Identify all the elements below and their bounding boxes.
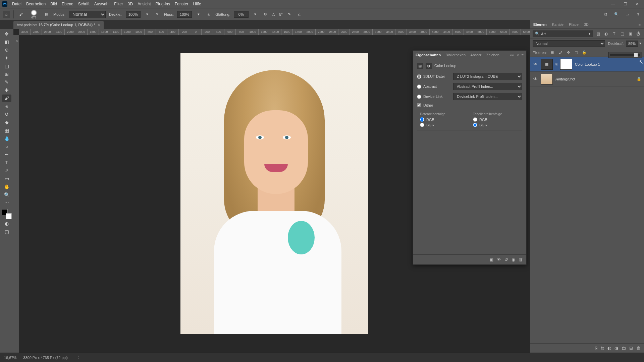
close-tab-icon[interactable]: ×: [98, 22, 100, 27]
shape-tool[interactable]: ▭: [2, 175, 11, 182]
brush-tool[interactable]: 🖌: [2, 95, 11, 102]
menu-schrift[interactable]: Schrift: [78, 2, 90, 6]
device-link-radio[interactable]: Device-Link: [417, 95, 450, 99]
crop-tool[interactable]: ◫: [2, 62, 11, 70]
brush-preset-picker[interactable]: 678: [28, 10, 40, 19]
menu-ansicht[interactable]: Ansicht: [138, 2, 151, 6]
tab-eigenschaften[interactable]: Eigenschaften: [416, 53, 441, 57]
layer-row-background[interactable]: 👁 Hintergrund 🔒: [530, 72, 644, 86]
delete-layer-icon[interactable]: 🗑: [636, 346, 641, 351]
path-tool[interactable]: ↗: [2, 167, 11, 174]
panel-close-icon[interactable]: ×: [517, 53, 519, 57]
background-color[interactable]: [6, 213, 12, 219]
layer-visibility-icon[interactable]: 👁: [533, 62, 538, 67]
color-swatches[interactable]: [2, 209, 12, 219]
filter-type-icon[interactable]: T: [611, 31, 617, 37]
layer-name[interactable]: Color Lookup 1: [575, 62, 641, 66]
gradient-tool[interactable]: ▦: [2, 127, 11, 134]
menu-3d[interactable]: 3D: [128, 2, 133, 6]
lut-file-select[interactable]: Z LUT2 Instagram.CUBE: [453, 73, 522, 80]
layer-thumb-background[interactable]: [541, 74, 553, 84]
menu-auswahl[interactable]: Auswahl: [94, 2, 109, 6]
marquee-tool[interactable]: ◧: [2, 38, 11, 46]
screenmode-tool[interactable]: ▢: [2, 228, 11, 235]
menu-datei[interactable]: Datei: [12, 2, 21, 6]
opacity-dropdown-icon[interactable]: ▾: [639, 41, 641, 46]
opacity-slider-flyout[interactable]: [608, 52, 642, 58]
workspace-icon[interactable]: ▭: [624, 11, 631, 18]
angle-value[interactable]: -5°: [278, 12, 283, 16]
abstract-select[interactable]: Abstract-Profil laden...: [453, 83, 522, 90]
window-close-button[interactable]: ✕: [633, 1, 642, 7]
data-order-rgb[interactable]: RGB: [420, 117, 466, 122]
adjustment-layer-icon[interactable]: ◑: [614, 346, 618, 351]
blend-mode-select[interactable]: Normal: [69, 11, 106, 18]
filter-smart-icon[interactable]: ▣: [627, 31, 633, 37]
toggle-visibility-icon[interactable]: ◉: [512, 257, 515, 262]
search-icon[interactable]: 🔍: [613, 11, 620, 18]
view-previous-icon[interactable]: 👁: [497, 257, 501, 262]
flow-input[interactable]: [177, 11, 192, 18]
pen-tool[interactable]: ✒: [2, 151, 11, 158]
ruler-horizontal[interactable]: 3000280026002400220020001800160014001200…: [19, 29, 530, 35]
lock-artboard-icon[interactable]: ▢: [574, 50, 579, 55]
tab-bibliotheken[interactable]: Bibliotheken: [445, 53, 466, 57]
menu-ebene[interactable]: Ebene: [62, 2, 73, 6]
home-button[interactable]: ⌂: [3, 11, 10, 18]
lut-file-radio[interactable]: 3DLUT-Datei: [417, 74, 450, 79]
data-order-bgr[interactable]: BGR: [420, 123, 466, 127]
eraser-tool[interactable]: ◆: [2, 119, 11, 126]
reset-icon[interactable]: ↺: [504, 257, 508, 262]
zoom-level[interactable]: 16,67%: [4, 356, 16, 360]
filter-adjust-icon[interactable]: ◐: [603, 31, 609, 37]
filter-pixel-icon[interactable]: ▧: [595, 31, 601, 37]
type-tool[interactable]: T: [2, 159, 11, 166]
panel-menu-icon[interactable]: ≡: [522, 53, 524, 57]
layer-lock-icon[interactable]: 🔒: [637, 77, 641, 81]
layer-mask-icon[interactable]: ◐: [607, 346, 611, 351]
window-minimize-button[interactable]: —: [608, 1, 618, 7]
delete-adjustment-icon[interactable]: 🗑: [519, 257, 523, 262]
wand-tool[interactable]: ✦: [2, 54, 11, 62]
menu-bild[interactable]: Bild: [50, 2, 57, 6]
tab-ebenen[interactable]: Ebenen: [533, 22, 547, 26]
filter-shape-icon[interactable]: ▢: [619, 31, 625, 37]
share-icon[interactable]: ⇧: [635, 11, 641, 18]
document-dimensions[interactable]: 3300 Px x 4765 Px (72 ppi): [23, 356, 68, 360]
brush-settings-icon[interactable]: ▤: [43, 11, 50, 18]
layer-filter-type[interactable]: 🔍 Art ▾: [533, 31, 593, 37]
frame-tool[interactable]: ⊞: [2, 70, 11, 78]
layer-mask-link-icon[interactable]: ⎘: [555, 62, 557, 66]
smoothing-dropdown-icon[interactable]: ▾: [252, 11, 259, 18]
abstract-radio[interactable]: Abstract: [417, 84, 450, 89]
lock-all-icon[interactable]: 🔒: [582, 50, 587, 55]
layer-row-color-lookup[interactable]: 👁 ▦ ⎘ Color Lookup 1: [530, 57, 644, 72]
status-menu-icon[interactable]: 〉: [78, 355, 82, 360]
tab-kanaele[interactable]: Kanäle: [552, 22, 564, 26]
clip-to-layer-icon[interactable]: ▣: [489, 257, 493, 262]
lock-pixels-icon[interactable]: 🖌: [557, 50, 563, 55]
layer-opacity-input[interactable]: [626, 41, 638, 47]
stamp-tool[interactable]: ⎈: [2, 103, 11, 110]
dither-checkbox[interactable]: Dither: [417, 103, 450, 107]
smoothing-options-icon[interactable]: ⚙: [262, 11, 269, 18]
tab-pfade[interactable]: Pfade: [569, 22, 579, 26]
tool-preset-picker[interactable]: 🖌: [17, 11, 24, 18]
lock-position-icon[interactable]: ✥: [566, 50, 571, 55]
menu-filter[interactable]: Filter: [114, 2, 123, 6]
layer-visibility-icon[interactable]: 👁: [533, 76, 538, 81]
smoothing-input[interactable]: [234, 11, 249, 18]
filter-toggle-icon[interactable]: ⏻: [635, 31, 641, 37]
layer-thumb-adjustment[interactable]: ▦: [541, 59, 553, 70]
panel-collapse-icon[interactable]: ««: [510, 53, 514, 57]
move-tool[interactable]: ✥: [2, 30, 11, 38]
table-order-rgb[interactable]: RGB: [473, 117, 519, 122]
eyedropper-tool[interactable]: ✎: [2, 78, 11, 86]
opacity-slider-knob[interactable]: [634, 53, 638, 57]
quickmask-tool[interactable]: ◐: [2, 220, 11, 227]
healing-tool[interactable]: ✚: [2, 86, 11, 94]
group-icon[interactable]: 🗀: [622, 346, 626, 351]
new-layer-icon[interactable]: ⊞: [629, 346, 633, 351]
blur-tool[interactable]: 💧: [2, 135, 11, 142]
cloud-docs-icon[interactable]: ◔: [602, 11, 609, 18]
